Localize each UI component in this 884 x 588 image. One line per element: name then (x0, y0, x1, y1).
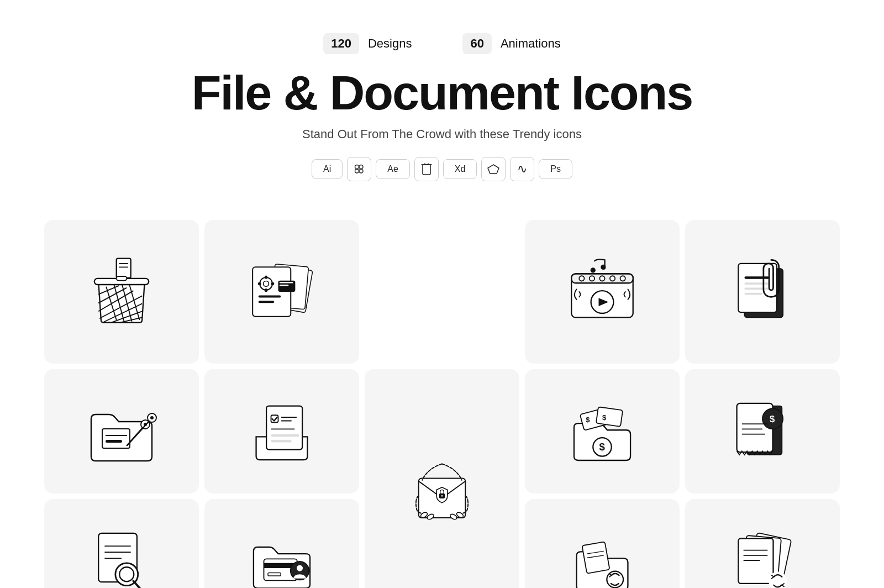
svg-point-1 (359, 165, 363, 169)
icon-grid: $ $ $ $ (0, 220, 884, 588)
dollar-folder-icon (566, 526, 638, 588)
recycled-doc-icon (727, 526, 798, 588)
tool-ps[interactable]: Ps (539, 159, 572, 179)
trash-papers-icon (86, 256, 157, 328)
svg-rect-54 (106, 440, 122, 443)
svg-text:$: $ (599, 441, 605, 453)
svg-point-42 (591, 268, 596, 273)
doc-clip-icon (727, 256, 798, 328)
page-subtitle: Stand Out From The Crowd with these Tren… (0, 127, 884, 141)
svg-line-94 (133, 581, 141, 588)
svg-rect-33 (280, 282, 293, 284)
tool-sketch[interactable] (481, 157, 506, 181)
svg-rect-31 (259, 301, 274, 303)
cut-folder-icon (86, 396, 157, 468)
locked-envelope-icon (406, 460, 478, 532)
animations-label: Animations (501, 36, 561, 51)
svg-point-37 (579, 276, 584, 281)
svg-point-0 (355, 165, 359, 169)
checklist-folder-cell (204, 369, 359, 494)
receipt-dollar-cell: $ (685, 369, 840, 494)
media-file-cell (525, 220, 680, 364)
tool-ae[interactable]: Ae (376, 159, 410, 179)
tool-procreate[interactable] (414, 157, 439, 181)
tool-figma[interactable] (347, 157, 371, 181)
folder-cards-icon (246, 526, 318, 588)
svg-marker-4 (488, 165, 499, 174)
tool-affinity[interactable]: ∿ (510, 157, 534, 181)
svg-rect-48 (745, 277, 770, 280)
svg-rect-97 (268, 573, 281, 576)
svg-rect-20 (117, 277, 127, 281)
svg-rect-28 (258, 282, 261, 285)
svg-point-58 (150, 416, 154, 419)
animations-count: 60 (462, 33, 491, 54)
svg-rect-30 (259, 296, 281, 298)
page-title: File & Document Icons (0, 67, 884, 118)
svg-point-93 (119, 567, 134, 581)
money-folder-cell: $ $ $ (525, 369, 680, 494)
svg-rect-77 (596, 407, 623, 427)
empty-cell-r1c3 (365, 220, 519, 364)
tool-xd[interactable]: Xd (443, 159, 477, 179)
svg-text:$: $ (602, 413, 607, 422)
svg-text:$: $ (770, 414, 775, 424)
svg-point-39 (599, 276, 604, 281)
doc-clip-cell (685, 220, 840, 364)
svg-rect-5 (117, 259, 131, 278)
locked-envelope-cell (365, 369, 519, 588)
svg-point-38 (590, 276, 594, 281)
svg-rect-100 (582, 542, 609, 574)
settings-doc-icon (246, 256, 318, 328)
dollar-folder-cell (525, 499, 680, 588)
tools-row: Ai Ae Xd ∿ Ps (0, 157, 884, 181)
svg-point-3 (359, 169, 363, 173)
svg-rect-27 (265, 289, 267, 292)
svg-rect-66 (271, 434, 299, 437)
svg-point-41 (620, 276, 625, 281)
svg-point-40 (610, 276, 615, 281)
tool-ai[interactable]: Ai (312, 159, 343, 179)
svg-rect-61 (266, 406, 302, 449)
search-doc-icon (86, 526, 157, 588)
designs-count: 120 (323, 33, 359, 54)
svg-rect-51 (745, 293, 763, 295)
stats-row: 120 Designs 60 Animations (0, 33, 884, 54)
trash-icon-cell (44, 220, 199, 364)
receipt-dollar-icon: $ (727, 396, 798, 468)
svg-text:$: $ (586, 416, 590, 424)
money-folder-icon: $ $ $ (566, 396, 638, 468)
cut-folder-cell (44, 369, 199, 494)
svg-rect-50 (745, 288, 770, 290)
svg-rect-29 (271, 282, 275, 285)
svg-rect-26 (265, 276, 267, 279)
recycled-doc-cell (685, 499, 840, 588)
svg-point-43 (601, 265, 606, 270)
settings-doc-cell (204, 220, 359, 364)
svg-point-70 (441, 495, 443, 497)
designs-label: Designs (368, 36, 412, 51)
search-doc-cell (44, 499, 199, 588)
svg-point-99 (297, 565, 303, 571)
svg-point-2 (355, 169, 359, 173)
folder-cards-cell (204, 499, 359, 588)
svg-rect-34 (280, 285, 288, 286)
svg-rect-49 (745, 283, 770, 285)
svg-rect-52 (102, 429, 130, 448)
page-header: 120 Designs 60 Animations File & Documen… (0, 0, 884, 220)
media-file-icon (566, 256, 638, 328)
svg-rect-67 (271, 440, 292, 443)
checklist-folder-icon (246, 396, 318, 468)
